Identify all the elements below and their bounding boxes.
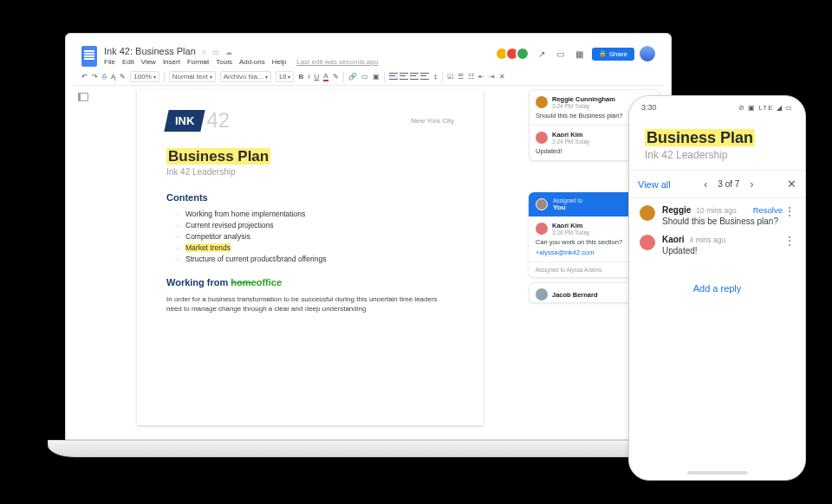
text-color-icon[interactable]: A [323,72,328,81]
menu-insert[interactable]: Insert [163,58,180,66]
link-icon[interactable]: 🔗 [348,73,357,81]
brand-logo: INK 42 [166,108,230,132]
document-title[interactable]: Ink 42: Business Plan [104,46,196,56]
print-icon[interactable]: ⎙ [102,73,107,81]
zoom-value: 100% [133,73,151,81]
comment-time: 3:24 PM Today [552,139,589,145]
toc-item[interactable]: Current revised projections [173,221,454,229]
align-justify-icon[interactable] [420,73,429,80]
comment-author: Jacob Bernard [552,291,598,299]
comment-time: 10 mins ago [696,206,736,215]
bulleted-list-icon[interactable]: ☰ [458,73,464,81]
share-label: Share [609,50,627,58]
more-icon[interactable]: ⋮ [784,235,795,247]
avatar [536,223,548,235]
clear-formatting-icon[interactable]: ✕ [499,73,505,81]
phone-doc-preview[interactable]: Business Plan Ink 42 Leadership [629,115,805,171]
menu-format[interactable]: Format [187,58,209,66]
avatar [640,235,655,250]
star-icon[interactable]: ☆ [201,48,207,56]
font-value: Archivo Na... [224,73,263,81]
move-icon[interactable]: ▭ [212,48,219,56]
body-paragraph: In order for a business transformation t… [166,294,454,313]
align-center-icon[interactable] [400,73,408,80]
comment-text: Should this be Business plan? [662,216,795,226]
toc-item[interactable]: Working from home implementations [173,210,454,218]
toc-item[interactable]: Market trends [173,243,454,252]
laptop-base [48,440,689,457]
laptop-frame: Ink 42: Business Plan ☆ ▭ ☁ File Edit Vi… [65,33,672,440]
brand-ink: INK [175,114,194,127]
contents-heading: Contents [166,192,454,203]
doc-heading-highlighted: Business Plan [166,148,270,165]
menu-view[interactable]: View [141,58,156,66]
cloud-icon[interactable]: ☁ [225,48,232,56]
toc-item[interactable]: Structure of current product/brand offer… [173,255,454,263]
font-size-select[interactable]: 18▾ [276,71,295,82]
comment-author: Kaori Kim [552,222,589,229]
add-comment-icon[interactable]: ▭ [361,73,368,81]
avatar [536,132,548,144]
meet-icon[interactable]: ▦ [573,47,587,61]
menu-addons[interactable]: Add-ons [239,58,265,66]
style-value: Normal text [172,73,208,81]
align-right-icon[interactable] [410,73,419,80]
font-select[interactable]: Archivo Na...▾ [220,71,271,82]
numbered-list-icon[interactable]: ☷ [468,73,474,81]
line-spacing-icon[interactable]: ‡ [433,73,437,81]
more-icon[interactable]: ⋮ [784,205,795,217]
align-left-icon[interactable] [389,73,398,80]
phone-status-bar: 3:30 ⊘ ▣ LTE ◢ ▭ [629,96,805,115]
bold-icon[interactable]: B [298,73,303,81]
prev-comment-icon[interactable]: ‹ [704,178,707,191]
resolve-button[interactable]: Resolve [753,205,783,215]
close-icon[interactable]: ✕ [787,178,796,191]
paragraph-style-select[interactable]: Normal text▾ [169,71,216,82]
comment-row[interactable]: Kaori 4 mins ago Updated! ⋮ [640,235,795,255]
outline-rail [73,86,94,425]
status-icons: ⊘ ▣ LTE ◢ ▭ [738,104,793,112]
last-edit-text[interactable]: Last edit was seconds ago [296,58,378,66]
undo-icon[interactable]: ↶ [81,73,88,81]
zoom-select[interactable]: 100%▾ [130,71,159,82]
menu-help[interactable]: Help [272,58,286,66]
underline-icon[interactable]: U [314,73,319,81]
menu-tools[interactable]: Tools [216,58,232,66]
toc-item[interactable]: Competitor analysis [173,232,454,241]
phone-frame: 3:30 ⊘ ▣ LTE ◢ ▭ Business Plan Ink 42 Le… [628,95,806,481]
doc-heading-highlighted: Business Plan [645,129,755,146]
history-icon[interactable]: ↗ [535,47,549,61]
phone-comment-thread: Reggie 10 mins ago Should this be Busine… [629,198,805,271]
comment-icon[interactable]: ▭ [554,47,568,61]
doc-subtitle: Ink 42 Leadership [645,149,790,161]
account-avatar[interactable] [640,46,655,61]
spellcheck-icon[interactable]: Ą [111,73,115,81]
share-button[interactable]: Share [592,48,634,61]
add-reply-button[interactable]: Add a reply [629,271,805,306]
avatar [536,288,548,300]
highlight-icon[interactable]: ✎ [333,73,339,81]
comment-author: Reggie Cunningham [552,95,615,103]
section-heading: Working from homeoffice [166,277,454,288]
comment-author: Kaori [662,235,685,244]
outline-icon[interactable] [78,93,88,101]
avatar [536,198,548,210]
collaborator-avatars[interactable] [498,47,530,61]
image-icon[interactable]: ▣ [373,73,380,81]
menu-file[interactable]: File [104,58,115,66]
view-all-link[interactable]: View all [638,179,671,190]
docs-icon[interactable] [81,46,97,67]
menu-edit[interactable]: Edit [122,58,134,66]
decrease-indent-icon[interactable]: ⇤ [478,73,484,81]
italic-icon[interactable]: I [308,73,309,81]
increase-indent-icon[interactable]: ⇥ [489,73,495,81]
next-comment-icon[interactable]: › [750,178,753,191]
home-indicator[interactable] [687,471,748,475]
redo-icon[interactable]: ↷ [92,73,98,81]
doc-subtitle: Ink 42 Leadership [166,167,454,177]
comment-time: 4 mins ago [690,236,726,244]
document-page[interactable]: INK 42 New York City Business Plan Ink 4… [137,89,484,425]
checklist-icon[interactable]: ☑ [447,73,453,81]
comment-row[interactable]: Reggie 10 mins ago Should this be Busine… [640,205,795,226]
paint-format-icon[interactable]: ✎ [120,73,126,81]
